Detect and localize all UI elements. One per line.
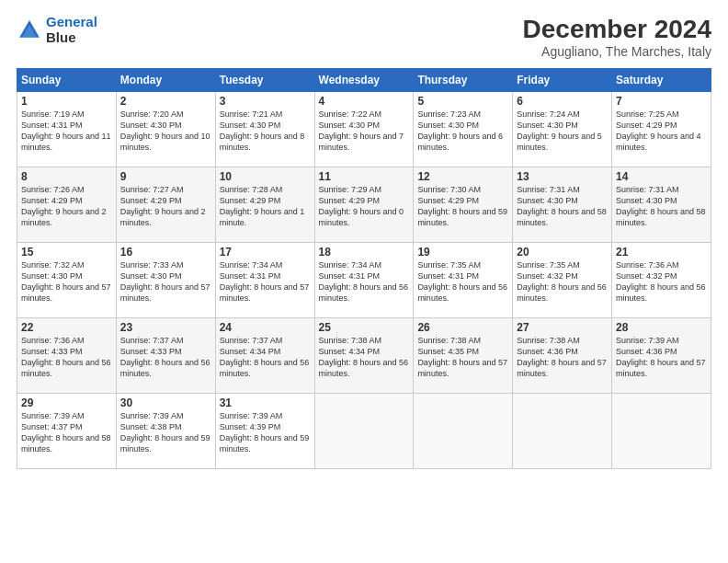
day-number: 2 [120, 95, 211, 108]
cell-info: Sunrise: 7:29 AMSunset: 4:29 PMDaylight:… [319, 184, 410, 229]
cell-info: Sunrise: 7:37 AMSunset: 4:33 PMDaylight:… [120, 335, 211, 380]
cell-info: Sunrise: 7:36 AMSunset: 4:33 PMDaylight:… [21, 335, 112, 380]
logo-line2: Blue [46, 30, 97, 46]
cell-info: Sunrise: 7:34 AMSunset: 4:31 PMDaylight:… [319, 259, 410, 304]
day-number: 18 [319, 246, 410, 259]
day-number: 28 [616, 321, 707, 334]
day-number: 8 [21, 170, 112, 183]
day-number: 11 [319, 170, 410, 183]
subtitle: Agugliano, The Marches, Italy [523, 44, 711, 59]
logo-text: General Blue [46, 15, 97, 45]
week-row-5: 29Sunrise: 7:39 AMSunset: 4:37 PMDayligh… [17, 394, 711, 469]
table-cell [314, 394, 414, 469]
cell-info: Sunrise: 7:27 AMSunset: 4:29 PMDaylight:… [120, 184, 211, 229]
cell-info: Sunrise: 7:34 AMSunset: 4:31 PMDaylight:… [220, 259, 311, 304]
table-cell: 17Sunrise: 7:34 AMSunset: 4:31 PMDayligh… [215, 243, 314, 318]
cell-info: Sunrise: 7:28 AMSunset: 4:29 PMDaylight:… [220, 184, 311, 229]
table-cell: 7Sunrise: 7:25 AMSunset: 4:29 PMDaylight… [612, 92, 711, 167]
day-number: 9 [120, 170, 211, 183]
day-number: 10 [220, 170, 311, 183]
table-cell: 8Sunrise: 7:26 AMSunset: 4:29 PMDaylight… [17, 167, 117, 243]
table-cell: 2Sunrise: 7:20 AMSunset: 4:30 PMDaylight… [116, 92, 215, 167]
header: General Blue December 2024 Agugliano, Th… [17, 15, 711, 59]
logo: General Blue [17, 15, 97, 45]
table-cell: 28Sunrise: 7:39 AMSunset: 4:36 PMDayligh… [612, 318, 711, 394]
table-cell: 29Sunrise: 7:39 AMSunset: 4:37 PMDayligh… [17, 394, 117, 469]
th-wednesday: Wednesday [314, 69, 414, 92]
day-number: 29 [21, 396, 112, 409]
table-cell [513, 394, 612, 469]
cell-info: Sunrise: 7:38 AMSunset: 4:35 PMDaylight:… [417, 335, 508, 380]
day-number: 15 [21, 246, 112, 259]
day-number: 1 [21, 95, 112, 108]
table-cell: 21Sunrise: 7:36 AMSunset: 4:32 PMDayligh… [612, 243, 711, 318]
table-cell [414, 394, 513, 469]
table-cell: 19Sunrise: 7:35 AMSunset: 4:31 PMDayligh… [414, 243, 513, 318]
calendar-table: Sunday Monday Tuesday Wednesday Thursday… [17, 68, 711, 469]
table-cell: 30Sunrise: 7:39 AMSunset: 4:38 PMDayligh… [116, 394, 215, 469]
table-cell: 24Sunrise: 7:37 AMSunset: 4:34 PMDayligh… [215, 318, 314, 394]
table-cell: 31Sunrise: 7:39 AMSunset: 4:39 PMDayligh… [215, 394, 314, 469]
cell-info: Sunrise: 7:19 AMSunset: 4:31 PMDaylight:… [21, 109, 112, 154]
table-cell: 10Sunrise: 7:28 AMSunset: 4:29 PMDayligh… [215, 167, 314, 243]
logo-line1: General [46, 14, 97, 29]
day-number: 20 [517, 246, 608, 259]
cell-info: Sunrise: 7:31 AMSunset: 4:30 PMDaylight:… [517, 184, 608, 229]
cell-info: Sunrise: 7:38 AMSunset: 4:34 PMDaylight:… [319, 335, 410, 380]
cell-info: Sunrise: 7:32 AMSunset: 4:30 PMDaylight:… [21, 259, 112, 304]
cell-info: Sunrise: 7:30 AMSunset: 4:29 PMDaylight:… [417, 184, 508, 229]
cell-info: Sunrise: 7:25 AMSunset: 4:29 PMDaylight:… [616, 109, 707, 154]
th-saturday: Saturday [612, 69, 711, 92]
table-cell: 9Sunrise: 7:27 AMSunset: 4:29 PMDaylight… [116, 167, 215, 243]
cell-info: Sunrise: 7:24 AMSunset: 4:30 PMDaylight:… [517, 109, 608, 154]
day-number: 13 [517, 170, 608, 183]
cell-info: Sunrise: 7:39 AMSunset: 4:38 PMDaylight:… [120, 410, 211, 455]
day-number: 21 [616, 246, 707, 259]
day-number: 5 [417, 95, 508, 108]
table-cell: 14Sunrise: 7:31 AMSunset: 4:30 PMDayligh… [612, 167, 711, 243]
table-cell: 12Sunrise: 7:30 AMSunset: 4:29 PMDayligh… [414, 167, 513, 243]
title-block: December 2024 Agugliano, The Marches, It… [523, 15, 711, 59]
cell-info: Sunrise: 7:35 AMSunset: 4:32 PMDaylight:… [517, 259, 608, 304]
day-number: 3 [220, 95, 311, 108]
week-row-3: 15Sunrise: 7:32 AMSunset: 4:30 PMDayligh… [17, 243, 711, 318]
week-row-4: 22Sunrise: 7:36 AMSunset: 4:33 PMDayligh… [17, 318, 711, 394]
day-number: 27 [517, 321, 608, 334]
th-monday: Monday [116, 69, 215, 92]
cell-info: Sunrise: 7:23 AMSunset: 4:30 PMDaylight:… [417, 109, 508, 154]
day-number: 25 [319, 321, 410, 334]
day-number: 26 [417, 321, 508, 334]
cell-info: Sunrise: 7:38 AMSunset: 4:36 PMDaylight:… [517, 335, 608, 380]
table-cell: 25Sunrise: 7:38 AMSunset: 4:34 PMDayligh… [314, 318, 414, 394]
table-cell: 27Sunrise: 7:38 AMSunset: 4:36 PMDayligh… [513, 318, 612, 394]
page: General Blue December 2024 Agugliano, Th… [0, 0, 728, 563]
day-number: 23 [120, 321, 211, 334]
table-cell: 16Sunrise: 7:33 AMSunset: 4:30 PMDayligh… [116, 243, 215, 318]
table-cell [612, 394, 711, 469]
cell-info: Sunrise: 7:26 AMSunset: 4:29 PMDaylight:… [21, 184, 112, 229]
table-cell: 18Sunrise: 7:34 AMSunset: 4:31 PMDayligh… [314, 243, 414, 318]
week-row-2: 8Sunrise: 7:26 AMSunset: 4:29 PMDaylight… [17, 167, 711, 243]
cell-info: Sunrise: 7:31 AMSunset: 4:30 PMDaylight:… [616, 184, 707, 229]
table-cell: 1Sunrise: 7:19 AMSunset: 4:31 PMDaylight… [17, 92, 117, 167]
day-number: 6 [517, 95, 608, 108]
cell-info: Sunrise: 7:39 AMSunset: 4:37 PMDaylight:… [21, 410, 112, 455]
day-number: 7 [616, 95, 707, 108]
table-cell: 4Sunrise: 7:22 AMSunset: 4:30 PMDaylight… [314, 92, 414, 167]
th-thursday: Thursday [414, 69, 513, 92]
cell-info: Sunrise: 7:39 AMSunset: 4:39 PMDaylight:… [220, 410, 311, 455]
day-number: 14 [616, 170, 707, 183]
day-number: 12 [417, 170, 508, 183]
th-sunday: Sunday [17, 69, 117, 92]
day-number: 22 [21, 321, 112, 334]
cell-info: Sunrise: 7:35 AMSunset: 4:31 PMDaylight:… [417, 259, 508, 304]
table-cell: 26Sunrise: 7:38 AMSunset: 4:35 PMDayligh… [414, 318, 513, 394]
cell-info: Sunrise: 7:36 AMSunset: 4:32 PMDaylight:… [616, 259, 707, 304]
th-tuesday: Tuesday [215, 69, 314, 92]
logo-icon [17, 17, 42, 43]
cell-info: Sunrise: 7:37 AMSunset: 4:34 PMDaylight:… [220, 335, 311, 380]
day-number: 24 [220, 321, 311, 334]
day-number: 4 [319, 95, 410, 108]
cell-info: Sunrise: 7:20 AMSunset: 4:30 PMDaylight:… [120, 109, 211, 154]
table-cell: 22Sunrise: 7:36 AMSunset: 4:33 PMDayligh… [17, 318, 117, 394]
